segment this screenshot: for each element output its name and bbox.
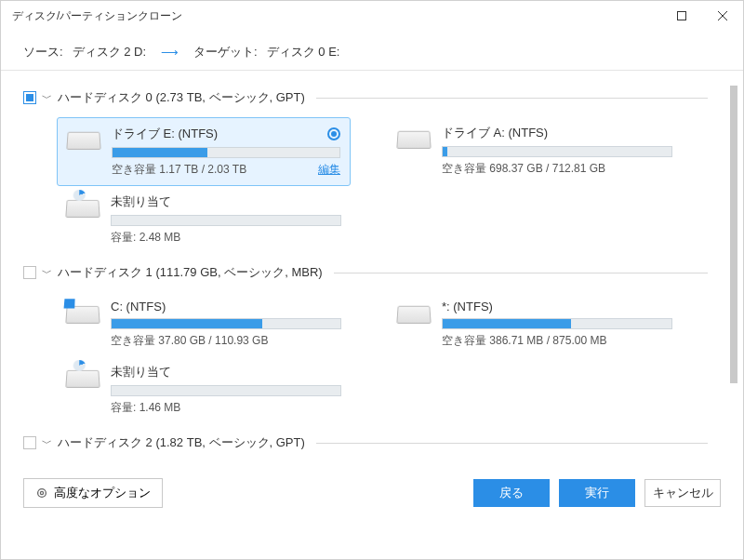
partition-name: 未割り当て bbox=[111, 364, 171, 380]
partition-body: C: (NTFS)空き容量 37.80 GB / 110.93 GB bbox=[111, 300, 341, 349]
partition-stat: 空き容量 386.71 MB / 875.00 MB bbox=[442, 333, 606, 349]
advanced-options-label: 高度なオプション bbox=[54, 485, 151, 501]
edit-link[interactable]: 編集 bbox=[318, 162, 340, 178]
partition-name: 未割り当て bbox=[111, 193, 171, 210]
partition-stat: 空き容量 698.37 GB / 712.81 GB bbox=[442, 161, 605, 177]
drive-icon bbox=[397, 130, 431, 156]
disk-checkbox[interactable] bbox=[23, 91, 36, 104]
cancel-button[interactable]: キャンセル bbox=[644, 479, 721, 507]
arrow-icon: ⟶ bbox=[161, 46, 179, 60]
gear-icon bbox=[35, 487, 48, 500]
disk-label: ハードディスク 1 (111.79 GB, ベーシック, MBR) bbox=[58, 264, 323, 281]
partition-grid: ドライブ E: (NTFS)空き容量 1.17 TB / 2.03 TB編集ドラ… bbox=[23, 110, 708, 260]
target-value: ディスク 0 E: bbox=[267, 44, 340, 60]
partition-body: *: (NTFS)空き容量 386.71 MB / 875.00 MB bbox=[442, 300, 672, 349]
partition-body: 未割り当て容量: 1.46 MB bbox=[111, 364, 341, 416]
close-button[interactable] bbox=[702, 1, 743, 31]
disk-line bbox=[316, 98, 708, 99]
window-title: ディスク/パーティションクローン bbox=[12, 8, 661, 24]
source-value: ディスク 2 D: bbox=[73, 44, 146, 60]
radio-selected[interactable] bbox=[327, 127, 340, 140]
chevron-down-icon: ﹀ bbox=[42, 436, 52, 450]
partition-name: C: (NTFS) bbox=[111, 300, 166, 313]
footer: 高度なオプション 戻る 実行 キャンセル bbox=[1, 469, 743, 517]
partition-item[interactable]: C: (NTFS)空き容量 37.80 GB / 110.93 GB bbox=[57, 292, 351, 356]
partition-item[interactable]: ドライブ E: (NTFS)空き容量 1.17 TB / 2.03 TB編集 bbox=[57, 117, 351, 186]
partition-stat: 空き容量 1.17 TB / 2.03 TB bbox=[112, 162, 246, 178]
window-controls bbox=[661, 1, 743, 31]
disk-label: ハードディスク 0 (2.73 TB, ベーシック, GPT) bbox=[58, 89, 305, 106]
usage-bar bbox=[442, 146, 672, 157]
svg-point-2 bbox=[40, 491, 43, 494]
partition-stat: 空き容量 37.80 GB / 110.93 GB bbox=[111, 333, 268, 349]
usage-bar bbox=[111, 318, 341, 329]
drive-icon bbox=[67, 131, 100, 157]
svg-rect-0 bbox=[678, 12, 686, 20]
partition-stat: 容量: 2.48 MB bbox=[111, 230, 180, 246]
chevron-down-icon: ﹀ bbox=[42, 91, 52, 105]
partition-name: ドライブ E: (NTFS) bbox=[112, 126, 218, 142]
partition-stat: 容量: 1.46 MB bbox=[111, 400, 180, 416]
partition-item[interactable]: ドライブ A: (NTFS)空き容量 698.37 GB / 712.81 GB bbox=[388, 117, 682, 186]
usage-bar bbox=[442, 318, 672, 329]
partition-item[interactable]: 未割り当て容量: 1.46 MB bbox=[57, 356, 351, 423]
partition-body: 未割り当て容量: 2.48 MB bbox=[111, 193, 341, 246]
source-target-header: ソース: ディスク 2 D: ⟶ ターゲット: ディスク 0 E: bbox=[1, 31, 743, 70]
disk-header[interactable]: ﹀ハードディスク 1 (111.79 GB, ベーシック, MBR) bbox=[23, 260, 708, 285]
disk-header[interactable]: ﹀ハードディスク 0 (2.73 TB, ベーシック, GPT) bbox=[23, 86, 708, 110]
drive-icon bbox=[66, 305, 100, 331]
scroll-thumb[interactable] bbox=[730, 86, 737, 383]
disk-header[interactable]: ﹀ハードディスク 2 (1.82 TB, ベーシック, GPT) bbox=[23, 431, 708, 455]
partition-name: ドライブ A: (NTFS) bbox=[442, 125, 548, 141]
partition-item[interactable]: *: (NTFS)空き容量 386.71 MB / 875.00 MB bbox=[388, 292, 682, 356]
drive-icon bbox=[66, 369, 100, 395]
usage-bar bbox=[111, 215, 341, 226]
back-button[interactable]: 戻る bbox=[473, 479, 550, 507]
disk-line bbox=[334, 273, 708, 273]
partition-name: *: (NTFS) bbox=[442, 300, 493, 313]
disk-list: ﹀ハードディスク 0 (2.73 TB, ベーシック, GPT)ドライブ E: … bbox=[23, 86, 721, 465]
disk-checkbox[interactable] bbox=[23, 436, 36, 449]
disk-label: ハードディスク 2 (1.82 TB, ベーシック, GPT) bbox=[58, 434, 305, 451]
chevron-down-icon: ﹀ bbox=[42, 266, 52, 280]
partition-grid bbox=[23, 455, 708, 465]
target-label: ターゲット: bbox=[193, 44, 258, 60]
usage-bar bbox=[112, 147, 340, 158]
partition-grid: C: (NTFS)空き容量 37.80 GB / 110.93 GB*: (NT… bbox=[23, 285, 708, 431]
drive-icon bbox=[397, 305, 431, 331]
partition-body: ドライブ E: (NTFS)空き容量 1.17 TB / 2.03 TB編集 bbox=[112, 126, 340, 178]
scrollbar[interactable] bbox=[730, 86, 737, 458]
disk-line bbox=[316, 443, 708, 444]
partition-item[interactable]: 未割り当て容量: 2.48 MB bbox=[57, 186, 351, 253]
advanced-options-button[interactable]: 高度なオプション bbox=[23, 478, 163, 508]
usage-bar bbox=[111, 385, 341, 396]
maximize-button[interactable] bbox=[661, 1, 702, 31]
svg-point-1 bbox=[38, 489, 46, 498]
titlebar: ディスク/パーティションクローン bbox=[1, 1, 743, 31]
content: ﹀ハードディスク 0 (2.73 TB, ベーシック, GPT)ドライブ E: … bbox=[1, 71, 743, 517]
partition-body: ドライブ A: (NTFS)空き容量 698.37 GB / 712.81 GB bbox=[442, 125, 672, 177]
source-label: ソース: bbox=[23, 44, 63, 60]
execute-button[interactable]: 実行 bbox=[559, 479, 635, 507]
disk-checkbox[interactable] bbox=[23, 266, 36, 279]
drive-icon bbox=[66, 199, 100, 225]
